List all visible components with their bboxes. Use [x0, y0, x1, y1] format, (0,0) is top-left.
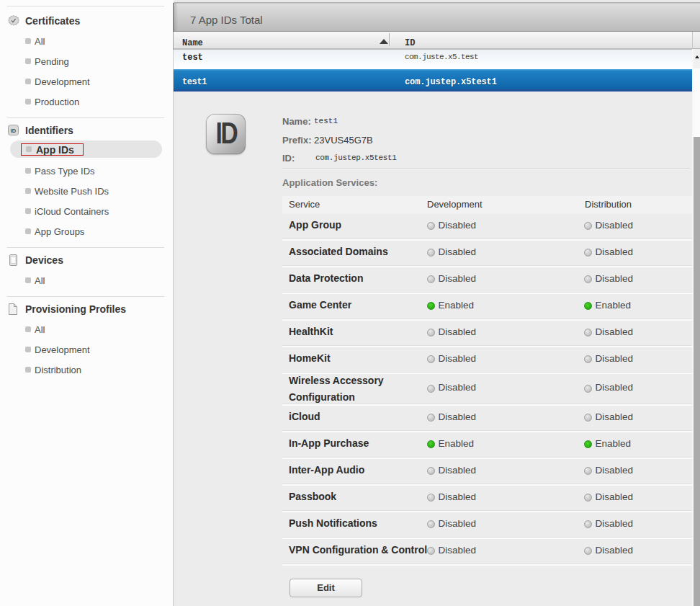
svg-text:ID: ID [11, 128, 17, 134]
